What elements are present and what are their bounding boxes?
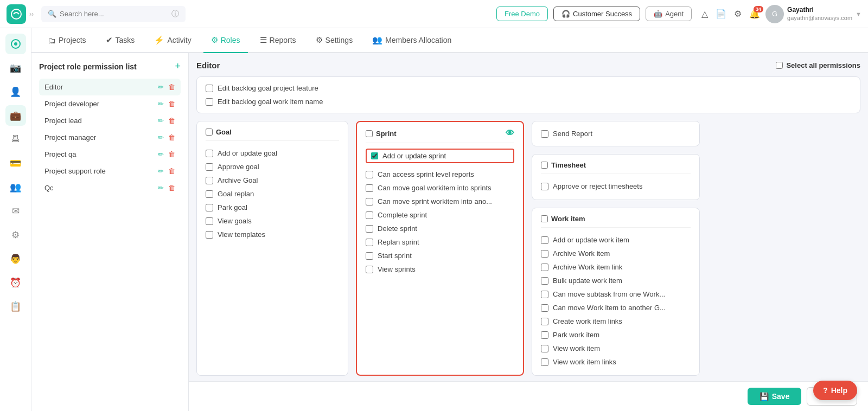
svg-point-2 [14, 42, 17, 46]
perm-checkbox-send-report[interactable] [541, 130, 548, 138]
perm-checkbox-replan-sprint[interactable] [366, 239, 373, 246]
sidebar-item-tv[interactable]: 📷 [5, 57, 26, 78]
perm-view-workitem-links: View work item links [541, 355, 691, 369]
perm-checkbox-view-goals[interactable] [206, 217, 213, 225]
sidebar-item-briefcase[interactable]: 💼 [5, 105, 26, 126]
perm-checkbox-move-sprint-workitem[interactable] [366, 198, 373, 206]
sidebar-item-team[interactable]: 👥 [5, 177, 26, 197]
subnav-item-tasks[interactable]: ✔ Tasks [98, 28, 143, 53]
app-logo[interactable] [7, 4, 26, 24]
customer-success-button[interactable]: 🎧 Customer Success [553, 7, 640, 21]
select-all-label[interactable]: Select all permissions [776, 61, 860, 69]
role-editor-delete-icon[interactable]: 🗑 [168, 83, 175, 91]
sidebar-item-people[interactable]: 👤 [5, 81, 26, 102]
sidebar-item-home[interactable] [5, 34, 26, 54]
workitem-section-checkbox[interactable] [541, 215, 548, 222]
subnav-item-settings[interactable]: ⚙ Settings [308, 28, 361, 53]
search-input[interactable] [60, 10, 168, 18]
goal-section-checkbox[interactable] [206, 129, 213, 136]
perm-checkbox-create-links[interactable] [541, 318, 548, 325]
perm-approve-goal: Approve goal [206, 160, 339, 174]
perm-add-workitem: Add or update work item [541, 233, 691, 247]
role-support-delete-icon[interactable]: 🗑 [168, 167, 175, 175]
perm-checkbox-delete-sprint[interactable] [366, 225, 373, 233]
roles-icon: ⚙ [211, 35, 218, 45]
subnav-item-reports[interactable]: ☰ Reports [252, 28, 304, 53]
perm-checkbox-view-workitem[interactable] [541, 345, 548, 352]
settings-icon[interactable]: ⚙ [734, 9, 742, 19]
role-item-developer[interactable]: Project developer ✏ 🗑 [39, 95, 181, 112]
perm-checkbox-view-templates[interactable] [206, 231, 213, 239]
perm-backlog-edit-workitem: Edit backlog goal work item name [206, 95, 851, 108]
role-item-qc[interactable]: Qc ✏ 🗑 [39, 179, 181, 196]
role-editor-edit-icon[interactable]: ✏ [158, 83, 164, 91]
role-item-lead[interactable]: Project lead ✏ 🗑 [39, 112, 181, 129]
role-qc-delete-icon[interactable]: 🗑 [168, 184, 175, 192]
perm-checkbox-add-goal[interactable] [206, 150, 213, 157]
perm-checkbox-park-goal[interactable] [206, 204, 213, 211]
notification-icon[interactable]: 🔔 34 [749, 9, 760, 19]
perm-checkbox-view-workitem-links[interactable] [541, 358, 548, 366]
sprint-section-checkbox[interactable] [366, 130, 373, 137]
perm-checkbox-move-subtask[interactable] [541, 291, 548, 298]
role-manager-delete-icon[interactable]: 🗑 [168, 133, 175, 142]
perm-checkbox-backlog-edit[interactable] [206, 85, 213, 92]
role-item-support[interactable]: Project support role ✏ 🗑 [39, 163, 181, 179]
perm-checkbox-park-workitem[interactable] [541, 331, 548, 339]
subnav-item-roles[interactable]: ⚙ Roles [203, 28, 248, 53]
perm-checkbox-backlog-workitem[interactable] [206, 98, 213, 106]
perm-checkbox-sprint-reports[interactable] [366, 171, 373, 178]
subnav-item-members[interactable]: 👥 Members Allocation [365, 28, 459, 53]
role-developer-delete-icon[interactable]: 🗑 [168, 100, 175, 108]
role-item-manager[interactable]: Project manager ✏ 🗑 [39, 129, 181, 146]
role-lead-edit-icon[interactable]: ✏ [158, 117, 164, 125]
free-demo-button[interactable]: Free Demo [496, 7, 548, 21]
sidebar-item-gear[interactable]: ⚙ [5, 224, 26, 245]
search-icon: 🔍 [48, 10, 56, 18]
perm-checkbox-goal-replan[interactable] [206, 190, 213, 198]
add-role-button[interactable]: + [175, 61, 181, 72]
perm-checkbox-move-goal-sprint[interactable] [366, 184, 373, 192]
role-item-qa[interactable]: Project qa ✏ 🗑 [39, 146, 181, 163]
perm-checkbox-approve-goal[interactable] [206, 163, 213, 171]
role-qc-edit-icon[interactable]: ✏ [158, 184, 164, 192]
document-icon[interactable]: 📄 [716, 9, 726, 19]
role-lead-delete-icon[interactable]: 🗑 [168, 117, 175, 125]
role-qa-delete-icon[interactable]: 🗑 [168, 150, 175, 158]
role-item-editor[interactable]: Editor ✏ 🗑 [39, 79, 181, 95]
save-button[interactable]: 💾 Save [748, 388, 802, 405]
subnav-item-activity[interactable]: ⚡ Activity [146, 28, 199, 53]
role-manager-edit-icon[interactable]: ✏ [158, 133, 164, 142]
sidebar-item-card[interactable]: 💳 [5, 153, 26, 174]
perm-checkbox-archive-workitem[interactable] [541, 250, 548, 258]
sidebar-item-clock[interactable]: ⏰ [5, 272, 26, 293]
eye-icon[interactable]: 👁 [506, 129, 514, 138]
perm-checkbox-archive-goal[interactable] [206, 177, 213, 184]
sidebar-item-email[interactable]: ✉ [5, 201, 26, 221]
perm-checkbox-approve-timesheet[interactable] [541, 183, 548, 190]
perm-view-goals: View goals [206, 214, 339, 228]
role-developer-edit-icon[interactable]: ✏ [158, 100, 164, 108]
perm-checkbox-bulk-update[interactable] [541, 277, 548, 285]
select-all-checkbox[interactable] [776, 62, 783, 69]
agent-button[interactable]: 🤖 Agent [646, 7, 692, 21]
permissions-grid: Goal Add or update goal Approve goal [196, 121, 860, 376]
timesheet-section-checkbox[interactable] [541, 162, 548, 169]
sidebar-item-report[interactable]: 📋 [5, 296, 26, 317]
perm-checkbox-view-sprints[interactable] [366, 266, 373, 273]
help-fab-button[interactable]: ? Help [813, 381, 857, 400]
perm-checkbox-add-sprint[interactable] [371, 152, 378, 159]
user-avatar[interactable]: G Gayathri gayathri@snovasys.com ▼ [765, 5, 861, 23]
alert-icon[interactable]: △ [701, 9, 708, 19]
sidebar-item-person-settings[interactable]: 👨 [5, 248, 26, 269]
role-support-edit-icon[interactable]: ✏ [158, 167, 164, 175]
search-bar[interactable]: 🔍 ⓘ [41, 6, 186, 22]
perm-checkbox-add-workitem[interactable] [541, 236, 548, 244]
perm-checkbox-start-sprint[interactable] [366, 252, 373, 260]
perm-checkbox-move-workitem-goal[interactable] [541, 304, 548, 312]
sidebar-item-monitor[interactable]: 🖶 [5, 129, 26, 150]
perm-checkbox-archive-workitem-link[interactable] [541, 264, 548, 271]
role-qa-edit-icon[interactable]: ✏ [158, 150, 164, 158]
perm-checkbox-complete-sprint[interactable] [366, 211, 373, 219]
subnav-item-projects[interactable]: 🗂 Projects [40, 28, 94, 53]
